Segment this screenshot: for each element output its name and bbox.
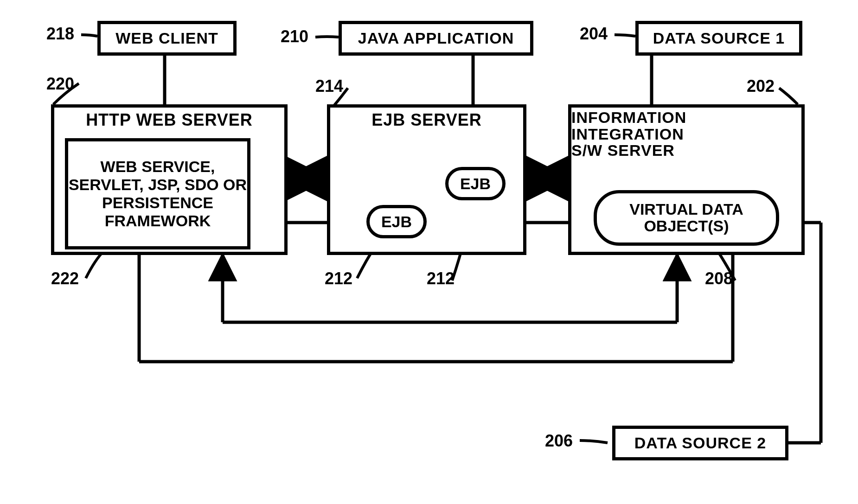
vdo-pill: VIRTUAL DATA OBJECT(S) [594,190,779,246]
ejb-server-title: EJB SERVER [371,110,481,130]
ref-222: 222 [51,269,79,288]
data-source-1-label: DATA SOURCE 1 [653,29,785,47]
ejb-pill-2: EJB [445,167,506,200]
ref-204: 204 [580,24,608,44]
vdo-pill-l1: VIRTUAL DATA [629,201,743,218]
http-inner-box: WEB SERVICE, SERVLET, JSP, SDO OR PERSIS… [65,138,250,249]
http-inner-label: WEB SERVICE, SERVLET, JSP, SDO OR PERSIS… [68,158,247,230]
ref-220: 220 [46,74,74,94]
iis-title-3: S/W SERVER [571,142,675,159]
ref-202: 202 [747,77,775,96]
ref-214: 214 [315,77,343,96]
data-source-1-box: DATA SOURCE 1 [635,21,802,56]
ref-212b: 212 [427,269,455,288]
data-source-2-label: DATA SOURCE 2 [634,434,766,452]
http-web-server-title: HTTP WEB SERVER [86,110,253,130]
ref-212a: 212 [325,269,352,288]
vdo-pill-l2: OBJECT(S) [644,218,729,235]
java-app-box: JAVA APPLICATION [339,21,533,56]
data-source-2-box: DATA SOURCE 2 [612,426,788,460]
ref-210: 210 [281,27,308,46]
ejb-pill-2-label: EJB [460,175,491,193]
web-client-label: WEB CLIENT [115,29,218,47]
ref-218: 218 [46,24,74,44]
ejb-pill-1: EJB [366,205,427,238]
iis-title-1: INFORMATION [571,109,686,126]
iis-title-2: INTEGRATION [571,126,684,143]
ref-206: 206 [545,431,573,451]
diagram-stage: WEB CLIENT JAVA APPLICATION DATA SOURCE … [0,0,858,504]
web-client-box: WEB CLIENT [97,21,237,56]
java-app-label: JAVA APPLICATION [358,29,514,47]
ref-208: 208 [705,269,733,288]
ejb-pill-1-label: EJB [381,213,412,231]
